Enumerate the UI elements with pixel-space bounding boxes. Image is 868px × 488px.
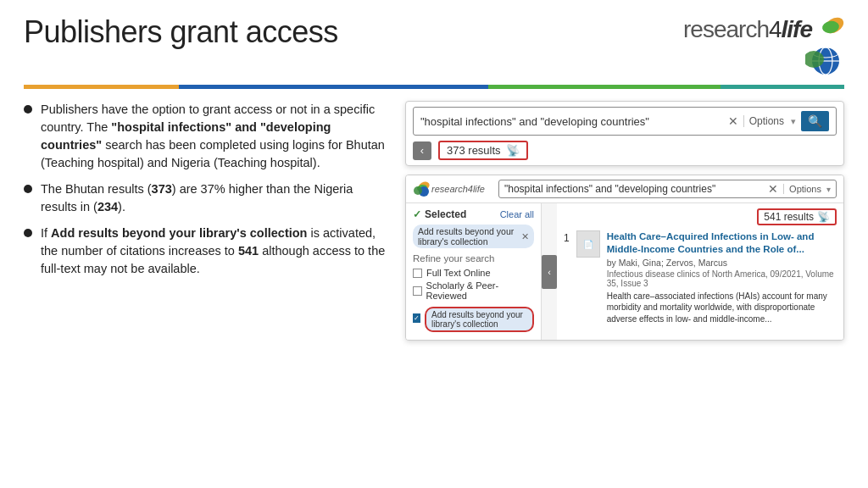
bullet3-bold: Add results beyond your library's collec…: [51, 226, 307, 240]
filter-full-text: Full Text Online: [413, 268, 534, 278]
filter-scholarly: Scholarly & Peer-Reviewed: [413, 280, 534, 301]
article-title[interactable]: Health Care–Acquired Infections in Low- …: [607, 230, 837, 256]
bullet-item-3: If Add results beyond your library's col…: [24, 225, 388, 278]
sb2-logo-icon: [413, 180, 430, 197]
bullet2-bold-234: 234: [97, 200, 118, 214]
bullet3-text-before: If: [41, 226, 51, 240]
article-doc-icon: 📄: [583, 240, 593, 249]
left-column: Publishers have the option to grant acce…: [24, 101, 388, 473]
main-content: Publishers have the option to grant acce…: [24, 101, 844, 473]
bullet2-bold-373: 373: [152, 182, 172, 196]
sb2-article-list: 541 results 📡 1 📄 Health Care–Acquired I…: [557, 203, 843, 340]
sb2-top-bar: research4life "hospital infections" and …: [406, 175, 843, 203]
color-bar-green: [488, 85, 721, 89]
sb2-sidebar: ✓ Selected Clear all Add results beyond …: [406, 203, 542, 340]
sb2-options-chevron-icon: ▾: [826, 185, 831, 194]
article-journal: Infectious disease clinics of North Amer…: [607, 269, 837, 288]
article-abstract: Health care–associated infections (HAIs)…: [607, 291, 837, 325]
chip-remove-icon[interactable]: ✕: [521, 231, 529, 242]
bullet-dot-1: [24, 105, 32, 114]
sb2-main-body: ✓ Selected Clear all Add results beyond …: [406, 203, 843, 340]
search-row-1: "hospital infections" and "developing co…: [413, 107, 837, 136]
bullet-text-2: The Bhutan results (373) are 37% higher …: [41, 180, 388, 216]
page-header: Publishers grant access research4life: [24, 15, 844, 76]
r4l-logo: research4life: [683, 15, 844, 76]
filter-checkbox-full-text[interactable]: [413, 269, 422, 278]
results-count-1: 373 results: [447, 144, 501, 157]
article-row-1: 1 📄 Health Care–Acquired Infections in L…: [564, 230, 837, 324]
rss-icon-1: 📡: [506, 144, 520, 157]
sidebar-expand-button[interactable]: ‹: [542, 255, 557, 289]
bullet-text-3: If Add results beyond your library's col…: [41, 225, 388, 278]
sb2-results-row: 541 results 📡: [564, 208, 837, 225]
filter-chip-add-results: Add results beyond your library's collec…: [425, 307, 534, 332]
svg-point-10: [414, 186, 422, 195]
logo-text: research4life: [683, 18, 812, 42]
bullet-dot-3: [24, 229, 32, 237]
search-button-1[interactable]: 🔍: [801, 111, 829, 131]
sb2-options[interactable]: Options: [783, 184, 821, 194]
checkmark-icon: ✓: [413, 208, 421, 220]
color-bar: [24, 85, 844, 89]
sb2-rss-icon: 📡: [817, 211, 830, 223]
right-column: "hospital infections" and "developing co…: [405, 101, 844, 473]
sb2-search-row: "hospital infections" and "developing co…: [498, 180, 837, 198]
filter-label-full-text: Full Text Online: [426, 268, 491, 278]
results-row-1: ‹ 373 results 📡: [413, 141, 837, 160]
bullet3-bold-541: 541: [238, 244, 259, 258]
chip-label: Add results beyond your library's collec…: [418, 226, 518, 247]
sb2-clear[interactable]: ✕: [768, 182, 778, 196]
leaf-top-icon: [815, 15, 844, 44]
search-query-1: "hospital infections" and "developing co…: [420, 115, 723, 128]
article-thumbnail: 📄: [576, 230, 600, 258]
color-bar-blue: [179, 85, 488, 89]
search-magnifier-icon: 🔍: [808, 114, 822, 128]
bullet-dot-2: [24, 185, 32, 193]
results-badge-1: 373 results 📡: [438, 141, 528, 160]
bullet-item-1: Publishers have the option to grant acce…: [24, 101, 388, 172]
search-clear-1[interactable]: ✕: [728, 114, 738, 128]
search-options-1[interactable]: Options: [743, 115, 784, 127]
article-authors: by Maki, Gina; Zervos, Marcus: [607, 258, 837, 268]
filter-checkbox-add-results[interactable]: [413, 313, 420, 323]
clear-all-button[interactable]: Clear all: [500, 209, 534, 219]
sb2-query: "hospital infections" and "developing co…: [504, 183, 763, 195]
filter-checkbox-scholarly[interactable]: [413, 286, 422, 296]
page-title: Publishers grant access: [24, 15, 338, 49]
bullet2-text-before: The Bhutan results (: [41, 182, 152, 196]
article-details: Health Care–Acquired Infections in Low- …: [607, 230, 837, 324]
bullet-item-2: The Bhutan results (373) are 37% higher …: [24, 180, 388, 216]
filter-chip: Add results beyond your library's collec…: [413, 225, 534, 248]
sb2-results-count: 541 results: [764, 211, 814, 223]
options-chevron-icon: ▾: [791, 116, 796, 127]
sb2-selected-label: ✓ Selected: [413, 208, 466, 220]
article-number: 1: [564, 230, 570, 244]
sb2-logo: research4life: [413, 180, 485, 197]
search-screenshot-2: research4life "hospital infections" and …: [405, 175, 844, 341]
bullet2-text-end: ).: [118, 200, 125, 214]
color-bar-orange: [24, 85, 179, 89]
sb2-logo-text: research4life: [431, 184, 485, 194]
sb2-results-badge: 541 results 📡: [757, 208, 837, 225]
sb2-selected-header: ✓ Selected Clear all: [413, 208, 534, 220]
refine-label: Refine your search: [413, 253, 534, 263]
filter-add-results: Add results beyond your library's collec…: [413, 303, 534, 332]
globe-icon: [805, 41, 841, 76]
search-screenshot-1: "hospital infections" and "developing co…: [405, 101, 844, 166]
color-bar-teal: [721, 85, 844, 89]
nav-left-button-1[interactable]: ‹: [413, 141, 431, 160]
filter-label-scholarly: Scholarly & Peer-Reviewed: [426, 280, 534, 301]
bullet-text-1: Publishers have the option to grant acce…: [41, 101, 388, 172]
